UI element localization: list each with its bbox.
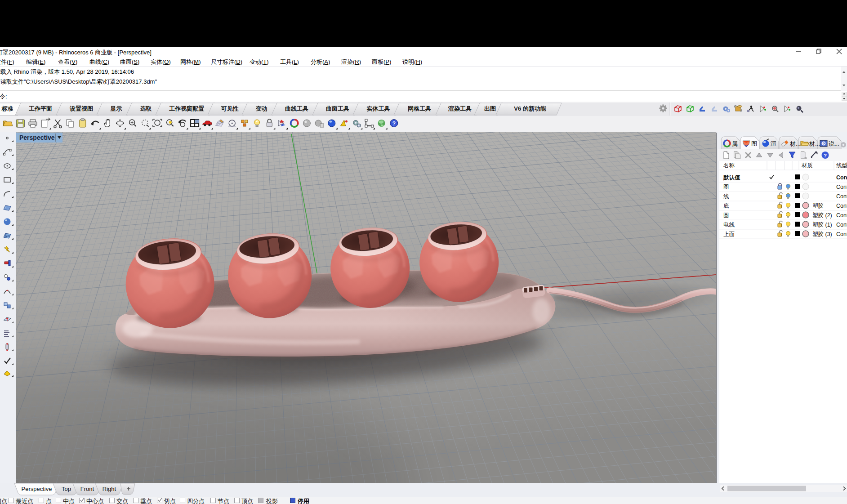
svg-text:Perspective: Perspective [19,134,55,141]
svg-text:Cont: Cont [836,193,847,200]
svg-text:名称: 名称 [723,162,735,169]
svg-text:网格工具: 网格工具 [408,105,431,112]
svg-text:工作视窗配置: 工作视窗配置 [169,105,204,112]
svg-text:Cont: Cont [836,231,847,237]
svg-text:曲面工具: 曲面工具 [326,105,349,112]
svg-text:属: 属 [732,140,738,147]
svg-text:线型: 线型 [836,162,847,169]
svg-text:材质: 材质 [801,162,813,169]
svg-text:Cont: Cont [836,212,847,219]
svg-text:电线: 电线 [723,222,735,228]
svg-text:变动: 变动 [255,105,267,112]
svg-text:塑胶 (2): 塑胶 (2) [812,212,832,219]
svg-text:渲染工具: 渲染工具 [448,105,472,112]
svg-text:可见性: 可见性 [221,105,239,112]
svg-text:图: 图 [751,140,757,147]
svg-text:工作平面: 工作平面 [29,105,52,112]
svg-text:Cont: Cont [836,222,847,228]
svg-text:曲线工具: 曲线工具 [285,105,308,112]
svg-text:底: 底 [723,203,729,209]
svg-text:设置视图: 设置视图 [69,105,93,112]
svg-text:渲: 渲 [770,140,776,147]
svg-text:?: ? [824,153,827,158]
svg-text:材...: 材... [789,140,801,147]
svg-text:默认值: 默认值 [723,174,740,181]
svg-text:V6 的新功能: V6 的新功能 [514,105,546,112]
svg-text:Top: Top [62,486,71,492]
svg-text:塑胶 (1): 塑胶 (1) [812,221,832,228]
svg-text:?: ? [392,120,396,127]
svg-text:出图: 出图 [484,105,496,112]
svg-text:上面: 上面 [723,231,735,237]
svg-text:材...: 材... [809,140,820,147]
svg-text:Perspective: Perspective [22,486,52,492]
svg-text:标准: 标准 [1,105,13,112]
svg-text:塑胶: 塑胶 [812,202,824,209]
svg-text:Cont: Cont [836,203,847,209]
svg-text:选取: 选取 [140,105,152,112]
svg-text:实体工具: 实体工具 [367,105,390,112]
svg-text:圆: 圆 [723,212,729,219]
svg-text:Cont: Cont [836,184,847,190]
svg-text:塑胶 (3): 塑胶 (3) [812,231,832,237]
svg-text:线: 线 [723,193,729,200]
svg-text:?: ? [822,142,825,146]
svg-text:Con: Con [836,174,847,181]
svg-text:Front: Front [80,486,94,492]
svg-text:Right: Right [103,486,116,492]
svg-text:说...: 说... [829,140,839,147]
svg-text:显示: 显示 [110,105,122,112]
svg-text:图: 图 [723,184,729,190]
